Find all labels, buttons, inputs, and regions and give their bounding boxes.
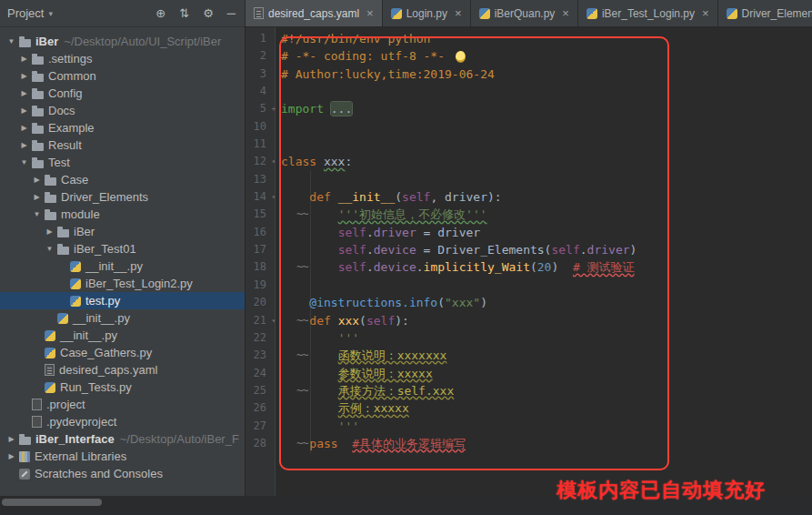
tree-item-driver-elements[interactable]: ▶Driver_Elements [0,188,245,206]
tree-item-iber-test01[interactable]: ▼iBer_Test01 [0,240,245,258]
folder-icon [32,143,44,151]
hide-panel-icon[interactable]: ─ [227,7,236,19]
code-token [281,226,338,239]
expand-arrow-icon[interactable]: ▶ [18,89,30,97]
tree-item-settings[interactable]: ▶.settings [0,50,245,67]
tree-item-example[interactable]: ▶Example [0,119,245,136]
expand-arrow-icon[interactable]: ▶ [18,55,30,63]
expand-arrow-icon[interactable]: ▶ [44,227,55,236]
python-icon [45,382,55,393]
fold-marker-icon [269,258,278,276]
folder-icon [45,177,56,186]
tree-item-project[interactable]: .project [0,396,245,413]
tree-item-iber-test-login2-py[interactable]: iBer_Test_Login2.py [0,275,245,292]
code-text: self.device.implicitly_Wait(20) # 测试验证 [278,258,635,276]
fold-marker-icon[interactable]: ▾ [269,312,278,329]
expand-arrow-icon[interactable]: ▶ [18,72,30,80]
close-tab-icon[interactable]: × [366,6,374,20]
code-token [281,367,338,380]
tree-item-label: .pydevproject [46,415,116,429]
code-token: self [338,226,366,239]
fold-marker-icon[interactable]: ▾ [269,188,278,206]
code-token: self [402,190,430,204]
tree-item-init-py[interactable]: __init__.py [0,309,245,327]
code-token: '''初始信息，不必修改''' [338,207,487,221]
tree-item-test-py[interactable]: test.py [0,292,245,309]
code-token: @instructions.info [309,296,437,309]
tree-item-module[interactable]: ▼module [0,206,245,223]
fold-marker-icon [269,66,278,83]
code-token [281,243,338,257]
expand-arrow-icon[interactable]: ▶ [31,176,43,184]
code-token: driver [587,243,630,257]
close-tab-icon[interactable]: × [455,6,462,20]
project-tree: ▼iBer~/Desktop/Auto/UI_Script/iBer▶.sett… [0,27,245,510]
expand-arrow-icon[interactable]: ▶ [18,124,30,132]
line-number: 26 [246,399,269,417]
code-line: 24 参数说明：xxxxx [246,365,812,382]
file-icon [32,399,42,410]
tree-item-config[interactable]: ▶Config [0,85,245,102]
view-options-icon[interactable]: ⇅ [179,7,189,19]
tree-item-desired-caps-yaml[interactable]: desired_caps.yaml [0,361,245,379]
expand-arrow-icon[interactable]: ▶ [31,193,43,201]
editor-surface[interactable]: 1#!/usr/bin/env python2# -*- coding: utf… [246,27,812,515]
chevron-down-icon[interactable]: ▾ [48,9,53,18]
expand-arrow-icon[interactable]: ▼ [5,37,17,45]
project-panel-title[interactable]: Project [7,6,44,20]
code-token [281,260,338,274]
tree-item-case-gathers-py[interactable]: Case_Gathers.py [0,344,245,361]
expand-arrow-icon[interactable]: ▶ [5,435,17,443]
expand-arrow-icon[interactable]: ▼ [31,210,43,218]
tab-desired-caps-yaml[interactable]: desired_caps.yaml× [246,0,383,26]
code-token: def [309,190,337,204]
horizontal-scrollbar-thumb[interactable] [2,499,102,506]
tree-item-label: .project [46,398,85,411]
code-token [281,384,338,398]
tree-item-common[interactable]: ▶Common [0,67,245,85]
locate-file-icon[interactable]: ⊕ [155,7,165,19]
code-token: pass [309,437,337,450]
code-line: 16 self.driver = driver [246,224,812,241]
tab-iber-test-login-py[interactable]: iBer_Test_Login.py× [578,0,718,26]
wavy-margin-mark: ~~ [296,312,307,329]
tree-item-pydevproject[interactable]: .pydevproject [0,413,245,430]
expand-arrow-icon[interactable]: ▼ [44,245,55,253]
fold-marker-icon [269,224,278,241]
tree-item-iber[interactable]: ▶iBer [0,223,245,240]
code-token: import [281,102,324,116]
close-tab-icon[interactable]: × [562,6,569,20]
code-line: 28 pass #具体的业务逻辑编写~~ [246,435,812,452]
tab-driver-elements-py[interactable]: Driver_Elements.py× [718,0,812,26]
settings-gear-icon[interactable]: ⚙ [203,7,214,19]
tree-item-iber-interface[interactable]: ▶iBer_Interface~/Desktop/Auto/iBer_F [0,430,245,448]
folder-icon [32,74,44,82]
tree-item-iber[interactable]: ▼iBer~/Desktop/Auto/UI_Script/iBer [0,33,245,50]
fold-marker-icon[interactable]: + [269,100,278,117]
code-token: def [309,314,337,328]
expand-arrow-icon[interactable]: ▼ [18,158,30,167]
expand-arrow-icon[interactable]: ▶ [18,106,30,115]
tree-item-init-py[interactable]: __init__.py [0,258,245,275]
expand-arrow-icon[interactable]: ▶ [5,452,17,460]
tree-item-test[interactable]: ▼Test [0,154,245,171]
tab-iberquan-py[interactable]: iBerQuan.py× [471,0,578,26]
intention-bulb-icon[interactable] [456,51,466,62]
tree-item-case[interactable]: ▶Case [0,171,245,188]
tree-item-run-tests-py[interactable]: Run_Tests.py [0,379,245,396]
tree-item-result[interactable]: ▶Result [0,136,245,154]
close-tab-icon[interactable]: × [702,6,709,20]
python-icon [45,348,55,358]
tab-login-py[interactable]: Login.py× [383,0,471,26]
code-text: 示例：xxxxx [278,399,409,417]
code-token: device [374,260,416,274]
expand-arrow-icon[interactable]: ▶ [18,141,30,149]
python-file-icon [391,8,402,19]
tree-item-label: iBer_Interface [35,432,115,446]
tree-item-init-py[interactable]: __init__.py [0,327,245,344]
tree-item-scratches-and-consoles[interactable]: Scratches and Consoles [0,465,245,482]
tree-item-external-libraries[interactable]: ▶External Libraries [0,448,245,465]
code-line: 10 [246,118,812,136]
fold-marker-icon[interactable]: ▾ [269,153,278,170]
tree-item-docs[interactable]: ▶Docs [0,102,245,119]
